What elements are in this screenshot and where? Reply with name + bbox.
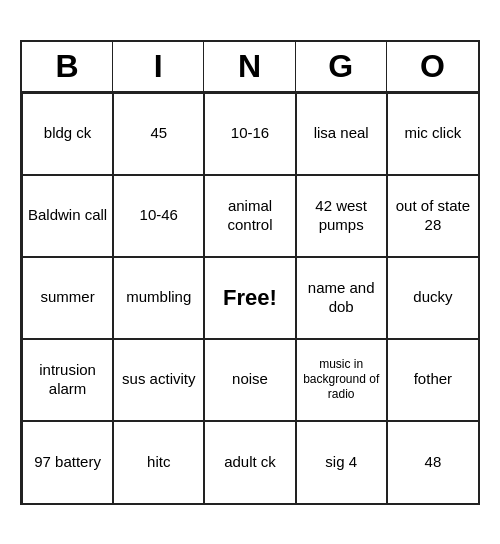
header-letter-o: O [387, 42, 478, 91]
bingo-cell-23: sig 4 [296, 421, 387, 503]
header-letter-n: N [204, 42, 295, 91]
bingo-cell-17: noise [204, 339, 295, 421]
bingo-cell-22: adult ck [204, 421, 295, 503]
bingo-cell-6: 10-46 [113, 175, 204, 257]
bingo-cell-13: name and dob [296, 257, 387, 339]
header-letter-g: G [296, 42, 387, 91]
bingo-cell-7: animal control [204, 175, 295, 257]
bingo-cell-2: 10-16 [204, 93, 295, 175]
bingo-cell-21: hitc [113, 421, 204, 503]
header-letter-i: I [113, 42, 204, 91]
bingo-cell-16: sus activity [113, 339, 204, 421]
bingo-cell-8: 42 west pumps [296, 175, 387, 257]
bingo-cell-11: mumbling [113, 257, 204, 339]
bingo-cell-4: mic click [387, 93, 478, 175]
bingo-cell-9: out of state 28 [387, 175, 478, 257]
bingo-card: BINGO bldg ck4510-16lisa nealmic clickBa… [20, 40, 480, 505]
bingo-cell-1: 45 [113, 93, 204, 175]
bingo-grid: bldg ck4510-16lisa nealmic clickBaldwin … [22, 93, 478, 503]
bingo-cell-14: ducky [387, 257, 478, 339]
bingo-cell-12: Free! [204, 257, 295, 339]
bingo-cell-3: lisa neal [296, 93, 387, 175]
bingo-header: BINGO [22, 42, 478, 93]
bingo-cell-18: music in background of radio [296, 339, 387, 421]
bingo-cell-10: summer [22, 257, 113, 339]
bingo-cell-15: intrusion alarm [22, 339, 113, 421]
bingo-cell-5: Baldwin call [22, 175, 113, 257]
bingo-cell-0: bldg ck [22, 93, 113, 175]
header-letter-b: B [22, 42, 113, 91]
bingo-cell-19: fother [387, 339, 478, 421]
bingo-cell-20: 97 battery [22, 421, 113, 503]
bingo-cell-24: 48 [387, 421, 478, 503]
